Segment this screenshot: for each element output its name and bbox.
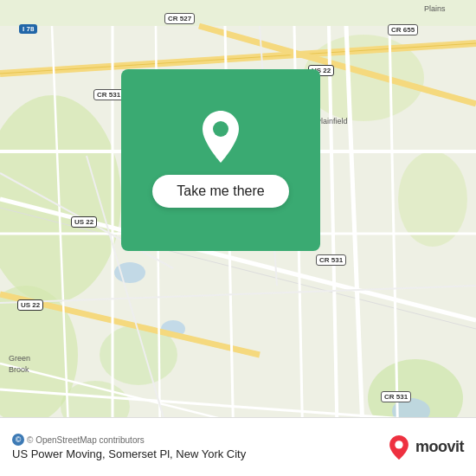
badge-cr531-mid: CR 531 bbox=[316, 254, 346, 266]
green-panel: Take me there bbox=[121, 69, 320, 251]
badge-cr531-left: CR 531 bbox=[93, 89, 124, 100]
moovit-pin-icon bbox=[387, 435, 411, 460]
location-name: US Power Moving, Somerset Pl, New York C… bbox=[12, 447, 246, 460]
badge-i78: I 78 bbox=[19, 24, 37, 34]
svg-point-34 bbox=[395, 441, 402, 448]
badge-us22-mid: US 22 bbox=[71, 216, 97, 228]
moovit-logo: moovit bbox=[387, 435, 464, 460]
osm-icon: © bbox=[12, 434, 24, 446]
svg-point-33 bbox=[213, 121, 228, 137]
location-pin-icon bbox=[196, 113, 245, 161]
badge-cr531-bot: CR 531 bbox=[381, 391, 411, 402]
badge-cr655: CR 655 bbox=[388, 24, 418, 35]
bottom-bar: © © OpenStreetMap contributors US Power … bbox=[0, 417, 476, 476]
bottom-left-info: © © OpenStreetMap contributors US Power … bbox=[12, 434, 246, 460]
badge-cr527: CR 527 bbox=[164, 13, 195, 24]
osm-text: © OpenStreetMap contributors bbox=[27, 435, 145, 445]
map-container: I 78 CR 527 CR 655 US 22 CR 531 US 22 US… bbox=[0, 0, 476, 476]
moovit-brand-text: moovit bbox=[415, 438, 464, 456]
take-me-there-button[interactable]: Take me there bbox=[152, 175, 288, 208]
badge-us22-bot: US 22 bbox=[17, 299, 43, 311]
osm-credit: © © OpenStreetMap contributors bbox=[12, 434, 246, 446]
